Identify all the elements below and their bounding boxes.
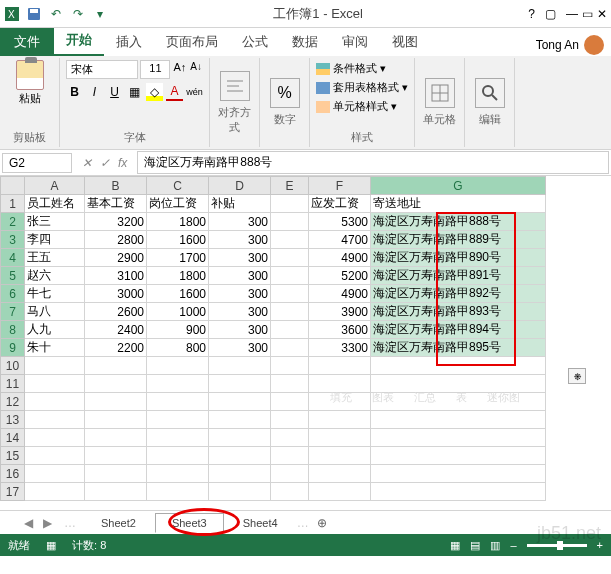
row-header[interactable]: 6 — [1, 285, 25, 303]
cell[interactable] — [371, 357, 546, 375]
row-header[interactable]: 12 — [1, 393, 25, 411]
cell[interactable]: 岗位工资 — [147, 195, 209, 213]
cell[interactable]: 2200 — [85, 339, 147, 357]
cell[interactable] — [85, 429, 147, 447]
cell[interactable]: 300 — [209, 231, 271, 249]
cell[interactable] — [25, 447, 85, 465]
cell[interactable]: 2600 — [85, 303, 147, 321]
cell[interactable]: 300 — [209, 267, 271, 285]
cell[interactable]: 300 — [209, 321, 271, 339]
row-header[interactable]: 16 — [1, 465, 25, 483]
cell[interactable] — [371, 447, 546, 465]
col-header-G[interactable]: G — [371, 177, 546, 195]
cell[interactable] — [25, 465, 85, 483]
cell[interactable] — [271, 303, 309, 321]
cell[interactable]: 赵六 — [25, 267, 85, 285]
view-normal-icon[interactable]: ▦ — [450, 539, 460, 552]
tab-formula[interactable]: 公式 — [230, 28, 280, 56]
cell[interactable] — [309, 483, 371, 501]
find-icon[interactable] — [475, 78, 505, 108]
cell[interactable] — [25, 375, 85, 393]
cell[interactable] — [371, 429, 546, 447]
cell[interactable] — [271, 411, 309, 429]
view-pagebreak-icon[interactable]: ▥ — [490, 539, 500, 552]
number-format-icon[interactable]: % — [270, 78, 300, 108]
table-format-button[interactable]: 套用表格格式▾ — [316, 79, 408, 96]
conditional-format-button[interactable]: 条件格式▾ — [316, 60, 408, 77]
cell[interactable] — [147, 375, 209, 393]
cell-style-button[interactable]: 单元格样式▾ — [316, 98, 408, 115]
row-header[interactable]: 13 — [1, 411, 25, 429]
cell[interactable]: 3200 — [85, 213, 147, 231]
cell[interactable]: 寄送地址 — [371, 195, 546, 213]
cell[interactable]: 海淀区万寿南路甲888号 — [371, 213, 546, 231]
formula-input[interactable]: 海淀区万寿南路甲888号 — [137, 151, 609, 174]
font-size-select[interactable]: 11 — [140, 60, 170, 79]
row-header[interactable]: 7 — [1, 303, 25, 321]
tab-layout[interactable]: 页面布局 — [154, 28, 230, 56]
increase-font-icon[interactable]: A↑ — [172, 60, 187, 79]
cell[interactable] — [147, 411, 209, 429]
maximize-icon[interactable]: ▭ — [582, 7, 593, 21]
cell[interactable]: 2400 — [85, 321, 147, 339]
cell[interactable]: 牛七 — [25, 285, 85, 303]
font-name-select[interactable]: 宋体 — [66, 60, 138, 79]
cell[interactable]: 员工姓名 — [25, 195, 85, 213]
cell[interactable] — [85, 447, 147, 465]
tab-view[interactable]: 视图 — [380, 28, 430, 56]
cell[interactable]: 海淀区万寿南路甲889号 — [371, 231, 546, 249]
cell[interactable] — [209, 393, 271, 411]
col-header-A[interactable]: A — [25, 177, 85, 195]
cell[interactable]: 李四 — [25, 231, 85, 249]
cell[interactable]: 应发工资 — [309, 195, 371, 213]
cell[interactable]: 5200 — [309, 267, 371, 285]
cells-icon[interactable] — [425, 78, 455, 108]
paste-button[interactable]: 粘贴 — [6, 60, 53, 106]
cell[interactable]: 800 — [147, 339, 209, 357]
cell[interactable] — [309, 447, 371, 465]
macro-record-icon[interactable]: ▦ — [46, 539, 56, 552]
alignment-icon[interactable] — [220, 71, 250, 101]
help-icon[interactable]: ? — [528, 7, 535, 21]
close-icon[interactable]: ✕ — [597, 7, 607, 21]
row-header[interactable]: 14 — [1, 429, 25, 447]
cell[interactable]: 1000 — [147, 303, 209, 321]
zoom-out-icon[interactable]: – — [510, 539, 516, 551]
cell[interactable] — [271, 393, 309, 411]
cell[interactable] — [147, 357, 209, 375]
bold-button[interactable]: B — [66, 83, 83, 101]
tab-file[interactable]: 文件 — [0, 28, 54, 56]
cell[interactable]: 300 — [209, 213, 271, 231]
cell[interactable] — [209, 483, 271, 501]
select-all-corner[interactable] — [1, 177, 25, 195]
cell[interactable] — [209, 465, 271, 483]
cell[interactable]: 海淀区万寿南路甲895号 — [371, 339, 546, 357]
tab-home[interactable]: 开始 — [54, 26, 104, 56]
cell[interactable]: 4700 — [309, 231, 371, 249]
cell[interactable]: 3300 — [309, 339, 371, 357]
cell[interactable]: 基本工资 — [85, 195, 147, 213]
cell[interactable] — [271, 375, 309, 393]
border-icon[interactable]: ▦ — [126, 83, 143, 101]
cell[interactable] — [271, 285, 309, 303]
sheet-nav-next-icon[interactable]: ▶ — [39, 516, 56, 530]
cell[interactable]: 马八 — [25, 303, 85, 321]
sheet-tab-sheet2[interactable]: Sheet2 — [84, 513, 153, 533]
cell[interactable] — [271, 213, 309, 231]
quick-analysis-icon[interactable]: ⎈ — [568, 368, 586, 384]
row-header[interactable]: 9 — [1, 339, 25, 357]
cell[interactable]: 5300 — [309, 213, 371, 231]
tab-review[interactable]: 审阅 — [330, 28, 380, 56]
cell[interactable] — [85, 465, 147, 483]
minimize-icon[interactable]: — — [566, 7, 578, 21]
cell[interactable]: 3900 — [309, 303, 371, 321]
row-header[interactable]: 10 — [1, 357, 25, 375]
cell[interactable]: 4900 — [309, 285, 371, 303]
cell[interactable] — [271, 447, 309, 465]
add-sheet-icon[interactable]: ⊕ — [311, 514, 333, 532]
font-color-icon[interactable]: A — [166, 83, 183, 101]
cell[interactable]: 300 — [209, 339, 271, 357]
fx-icon[interactable]: fx — [118, 156, 127, 170]
name-box[interactable]: G2 — [2, 153, 72, 173]
cell[interactable] — [85, 411, 147, 429]
